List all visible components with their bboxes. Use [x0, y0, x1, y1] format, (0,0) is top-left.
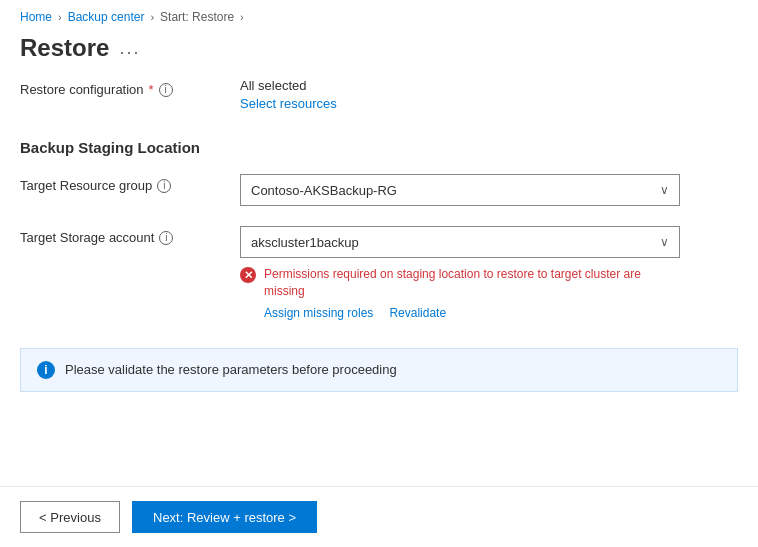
next-button[interactable]: Next: Review + restore > [132, 501, 317, 533]
breadcrumb-home[interactable]: Home [20, 10, 52, 24]
error-block: ✕ Permissions required on staging locati… [240, 266, 680, 320]
error-text: Permissions required on staging location… [264, 266, 680, 300]
content-area: Restore configuration * i All selected S… [0, 78, 758, 392]
backup-staging-section: Backup Staging Location Target Resource … [20, 139, 738, 320]
error-icon: ✕ [240, 267, 256, 283]
target-storage-selected: akscluster1backup [251, 235, 359, 250]
restore-config-label: Restore configuration * i [20, 78, 240, 97]
target-rg-row: Target Resource group i Contoso-AKSBacku… [20, 174, 738, 206]
info-banner-icon: i [37, 361, 55, 379]
breadcrumb-sep-1: › [58, 11, 62, 23]
footer: < Previous Next: Review + restore > [0, 486, 758, 547]
previous-button[interactable]: < Previous [20, 501, 120, 533]
restore-config-info-icon[interactable]: i [159, 83, 173, 97]
page-title: Restore [20, 34, 109, 62]
target-storage-arrow-icon: ∨ [660, 235, 669, 249]
breadcrumb-sep-2: › [150, 11, 154, 23]
breadcrumb-backup-center[interactable]: Backup center [68, 10, 145, 24]
target-rg-label-text: Target Resource group [20, 178, 152, 193]
target-rg-dropdown[interactable]: Contoso-AKSBackup-RG ∨ [240, 174, 680, 206]
breadcrumb-start-restore: Start: Restore [160, 10, 234, 24]
target-rg-arrow-icon: ∨ [660, 183, 669, 197]
restore-config-row: Restore configuration * i All selected S… [20, 78, 738, 111]
error-message: ✕ Permissions required on staging locati… [240, 266, 680, 300]
backup-staging-title: Backup Staging Location [20, 139, 738, 156]
target-storage-row: Target Storage account i akscluster1back… [20, 226, 738, 320]
breadcrumb-sep-3: › [240, 11, 244, 23]
restore-config-section: Restore configuration * i All selected S… [20, 78, 738, 111]
assign-missing-roles-link[interactable]: Assign missing roles [264, 306, 373, 320]
all-selected-text: All selected [240, 78, 738, 93]
target-storage-value-area: akscluster1backup ∨ ✕ Permissions requir… [240, 226, 738, 320]
more-options-icon[interactable]: ... [119, 38, 140, 59]
restore-config-label-text: Restore configuration [20, 82, 144, 97]
target-storage-dropdown[interactable]: akscluster1backup ∨ [240, 226, 680, 258]
target-rg-value: Contoso-AKSBackup-RG ∨ [240, 174, 738, 206]
info-banner: i Please validate the restore parameters… [20, 348, 738, 392]
target-rg-info-icon[interactable]: i [157, 179, 171, 193]
page-header: Restore ... [0, 30, 758, 78]
target-rg-label: Target Resource group i [20, 174, 240, 193]
target-rg-selected: Contoso-AKSBackup-RG [251, 183, 397, 198]
revalidate-link[interactable]: Revalidate [389, 306, 446, 320]
target-storage-label-text: Target Storage account [20, 230, 154, 245]
breadcrumb: Home › Backup center › Start: Restore › [0, 0, 758, 30]
info-banner-text: Please validate the restore parameters b… [65, 362, 397, 377]
select-resources-link[interactable]: Select resources [240, 96, 337, 111]
required-star: * [149, 82, 154, 97]
restore-config-value: All selected Select resources [240, 78, 738, 111]
target-storage-label: Target Storage account i [20, 226, 240, 245]
error-actions: Assign missing roles Revalidate [240, 306, 680, 320]
target-storage-info-icon[interactable]: i [159, 231, 173, 245]
